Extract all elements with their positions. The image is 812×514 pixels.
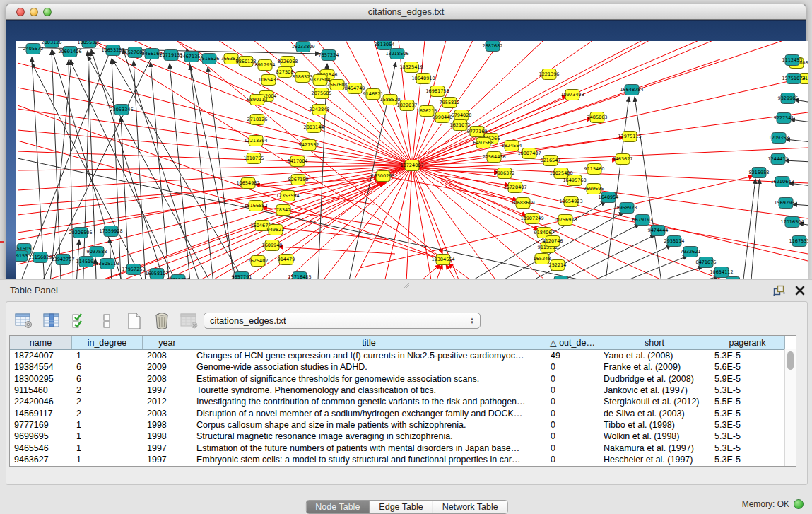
- column-header-name[interactable]: name: [10, 336, 72, 349]
- select-rows-icon[interactable]: [69, 310, 90, 332]
- graph-node[interactable]: 16648784: [620, 85, 643, 95]
- cell-in_degree[interactable]: 1: [72, 420, 143, 430]
- cell-in_degree[interactable]: 1: [72, 443, 143, 453]
- graph-node[interactable]: 1822037: [397, 100, 418, 111]
- graph-node[interactable]: 2875685: [312, 88, 332, 99]
- cell-title[interactable]: Structural magnetic resonance image aver…: [192, 431, 546, 441]
- graph-node[interactable]: 2405572: [23, 44, 44, 54]
- cell-out_de[interactable]: 0: [546, 362, 599, 372]
- graph-node[interactable]: 2687682: [483, 41, 503, 52]
- float-panel-icon[interactable]: [773, 285, 785, 296]
- cell-pagerank[interactable]: 5.3E-5: [710, 385, 785, 395]
- table-row[interactable]: 946362711997Embryonic stem cells: a mode…: [10, 454, 796, 465]
- cell-title[interactable]: Genome-wide association studies in ADHD.: [192, 362, 546, 372]
- cell-pagerank[interactable]: 5.3E-5: [710, 351, 785, 361]
- graph-node[interactable]: 18640910: [411, 74, 435, 84]
- cell-name[interactable]: 22420046: [10, 397, 72, 407]
- graph-node[interactable]: 827508: [276, 67, 294, 78]
- table-row[interactable]: 2242004622012Investigating the contribut…: [10, 396, 796, 407]
- column-header-out_de[interactable]: △ out_de…: [546, 336, 599, 349]
- cell-short[interactable]: Dudbridge et al. (2008): [599, 374, 710, 384]
- cell-out_de[interactable]: 49: [546, 351, 599, 361]
- graph-node[interactable]: 1640954: [599, 192, 619, 203]
- graph-node[interactable]: 12353594: [276, 191, 299, 201]
- graph-node[interactable]: 1167533: [789, 236, 808, 247]
- cell-name[interactable]: 19384554: [10, 362, 72, 372]
- graph-node[interactable]: 2567608: [327, 80, 348, 90]
- graph-node[interactable]: 6794028: [452, 110, 472, 121]
- cell-title[interactable]: Estimation of significance thresholds fo…: [192, 374, 546, 384]
- graph-node[interactable]: 7515526: [199, 54, 220, 64]
- graph-node[interactable]: 10719135: [159, 50, 182, 61]
- cell-out_de[interactable]: 0: [546, 431, 599, 441]
- graph-node[interactable]: 3242848: [310, 105, 330, 115]
- table-select-dropdown[interactable]: citations_edges.txt ▲▼: [204, 313, 481, 329]
- column-header-short[interactable]: short: [599, 336, 710, 349]
- cell-pagerank[interactable]: 5.3E-5: [710, 431, 785, 441]
- graph-node[interactable]: 12975115: [618, 132, 641, 142]
- graph-node[interactable]: 7663822: [221, 54, 242, 64]
- graph-node[interactable]: 8454749: [345, 83, 365, 94]
- graph-node[interactable]: 7857224: [319, 50, 339, 61]
- cell-short[interactable]: Wolkin et al. (1998): [599, 431, 710, 441]
- cell-out_de[interactable]: 0: [546, 443, 599, 453]
- network-canvas[interactable]: 1872400718300295193845547663822986012889…: [16, 41, 808, 296]
- graph-node[interactable]: 9474444: [648, 226, 669, 236]
- cell-in_degree[interactable]: 2: [72, 397, 143, 407]
- table-row[interactable]: 969969511998Structural magnetic resonanc…: [10, 431, 796, 442]
- cell-name[interactable]: 9115460: [10, 385, 72, 395]
- cell-short[interactable]: Yano et al. (2008): [599, 351, 710, 361]
- graph-node[interactable]: 7986372: [495, 168, 515, 179]
- cell-short[interactable]: Jankovic et al. (1997): [599, 385, 710, 395]
- window-titlebar[interactable]: citations_edges.txt: [6, 4, 806, 20]
- cell-short[interactable]: Nakamura et al. (1997): [599, 443, 710, 453]
- table-row[interactable]: 1872400712008Changes of HCN gene express…: [10, 350, 796, 361]
- cell-in_degree[interactable]: 6: [72, 362, 143, 372]
- cell-title[interactable]: Estimation of the future numbers of pati…: [192, 443, 546, 453]
- cell-name[interactable]: 9777169: [10, 420, 72, 430]
- graph-node[interactable]: 1609948: [262, 240, 283, 251]
- column-header-year[interactable]: year: [143, 336, 192, 349]
- cell-short[interactable]: Franke et al. (2009): [599, 362, 710, 372]
- graph-node[interactable]: 7932621: [681, 247, 701, 257]
- table-row[interactable]: 911546021997Tourette syndrome. Phenomeno…: [10, 385, 796, 396]
- vertical-scrollbar[interactable]: [784, 349, 796, 466]
- cell-pagerank[interactable]: 5.6E-5: [710, 362, 785, 372]
- graph-node[interactable]: 1810755: [244, 153, 264, 164]
- cell-out_de[interactable]: 0: [546, 420, 599, 430]
- cell-in_degree[interactable]: 6: [72, 374, 143, 384]
- cell-year[interactable]: 2012: [143, 397, 192, 407]
- cell-name[interactable]: 18724007: [10, 351, 72, 361]
- graph-node[interactable]: 9227341: [774, 113, 794, 124]
- cell-title[interactable]: Tourette syndrome. Phenomenology and cla…: [192, 385, 546, 395]
- column-header-title[interactable]: title: [192, 336, 546, 349]
- graph-node[interactable]: 8226058: [278, 57, 298, 67]
- edit-columns-icon[interactable]: [41, 310, 62, 332]
- cell-in_degree[interactable]: 1: [72, 455, 143, 465]
- delete-rows-icon[interactable]: [151, 310, 172, 332]
- cell-pagerank[interactable]: 5.9E-5: [710, 374, 785, 384]
- cell-year[interactable]: 1998: [143, 420, 192, 430]
- graph-node[interactable]: 8267150: [288, 175, 309, 185]
- graph-node[interactable]: 9329965: [778, 93, 799, 104]
- graph-node[interactable]: 1527602: [125, 47, 146, 58]
- graph-node[interactable]: 6679197: [632, 215, 653, 226]
- graph-node[interactable]: 1588520: [380, 95, 401, 105]
- graph-node[interactable]: 6497568: [473, 138, 494, 148]
- graph-node[interactable]: 16961758: [425, 86, 449, 97]
- table-settings-icon[interactable]: [13, 310, 35, 332]
- graph-node[interactable]: 18325419: [399, 62, 423, 73]
- graph-node[interactable]: 2803144: [304, 122, 324, 133]
- cell-year[interactable]: 2009: [143, 362, 192, 372]
- graph-node[interactable]: 9427552: [299, 140, 319, 151]
- graph-node[interactable]: 2718126: [247, 115, 268, 125]
- cell-short[interactable]: Stergiakouli et al. (2012): [599, 397, 710, 407]
- graph-node[interactable]: 8417004: [288, 156, 308, 167]
- cell-pagerank[interactable]: 5.5E-5: [710, 397, 785, 407]
- graph-node[interactable]: 8471676: [696, 257, 717, 268]
- cell-year[interactable]: 2008: [143, 351, 192, 361]
- graph-node[interactable]: 1065433: [259, 75, 279, 86]
- cell-name[interactable]: 9699695: [10, 431, 72, 441]
- cell-year[interactable]: 1997: [143, 385, 192, 395]
- graph-node[interactable]: 8186323: [293, 72, 313, 83]
